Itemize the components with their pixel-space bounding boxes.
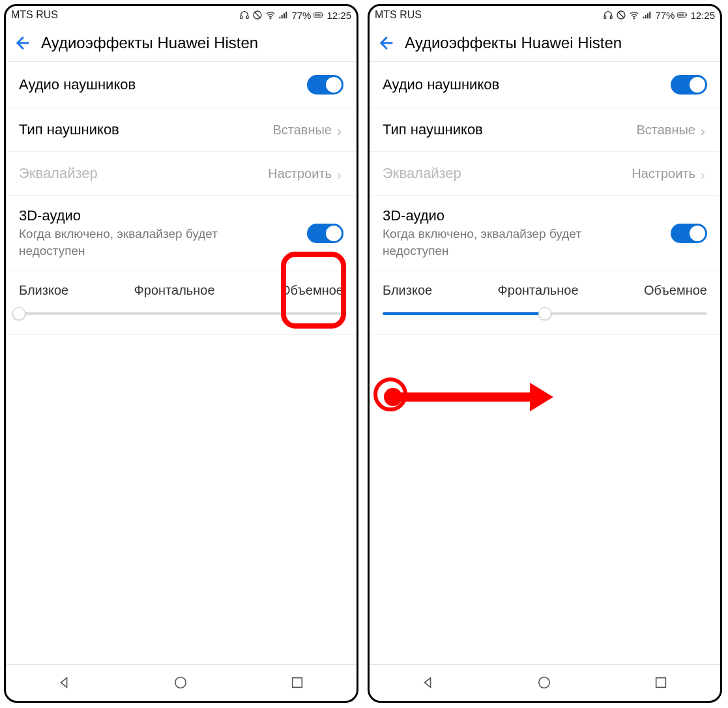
- row-label: Тип наушников: [383, 121, 483, 138]
- headphone-audio-toggle[interactable]: [671, 75, 707, 95]
- slider-section: Близкое Фронтальное Объемное: [6, 271, 357, 335]
- svg-rect-25: [656, 677, 666, 687]
- svg-rect-18: [645, 15, 647, 18]
- row-headphone-audio[interactable]: Аудио наушников: [370, 62, 720, 108]
- svg-rect-7: [286, 12, 287, 19]
- nav-bar: [6, 664, 357, 701]
- slider-track: [19, 312, 343, 315]
- row-label: 3D-аудио: [383, 207, 591, 224]
- svg-rect-10: [323, 14, 323, 16]
- slider-label-surround: Объемное: [280, 283, 343, 298]
- chevron-right-icon: [698, 169, 707, 178]
- slider-section: Близкое Фронтальное Объемное: [370, 271, 720, 335]
- svg-point-11: [175, 677, 186, 688]
- row-sublabel: Когда включено, эквалайзер будет недосту…: [383, 226, 591, 259]
- wifi-icon: [265, 10, 276, 20]
- chevron-right-icon: [698, 125, 707, 134]
- headphone-type-value: Вставные: [272, 123, 332, 138]
- row-value: Настроить: [268, 166, 343, 181]
- battery-percent: 77%: [291, 10, 311, 21]
- headphone-audio-toggle[interactable]: [307, 75, 343, 95]
- nav-home-icon[interactable]: [537, 675, 553, 691]
- page-title: Аудиоэффекты Huawei Histen: [41, 34, 258, 52]
- row-headphone-type[interactable]: Тип наушников Вставные: [6, 108, 357, 152]
- svg-point-3: [270, 18, 271, 19]
- phone-left: MTS RUS 77% 12:25 Аудиоэффекты Huaw: [4, 4, 358, 703]
- row-3d-audio[interactable]: 3D-аудио Когда включено, эквалайзер буде…: [6, 196, 357, 271]
- row-headphone-audio[interactable]: Аудио наушников: [6, 62, 357, 108]
- content: Аудио наушников Тип наушников Вставные Э…: [6, 62, 357, 664]
- slider-label-surround: Объемное: [644, 283, 707, 298]
- battery-icon: [677, 10, 688, 20]
- row-value: Настроить: [632, 166, 707, 181]
- slider-thumb[interactable]: [538, 307, 551, 320]
- svg-rect-13: [604, 16, 606, 18]
- row-label: Аудио наушников: [19, 76, 136, 93]
- svg-rect-6: [284, 13, 285, 18]
- row-label: Аудио наушников: [383, 76, 499, 93]
- headphone-icon: [239, 10, 250, 20]
- svg-rect-23: [686, 14, 687, 16]
- nav-recent-icon[interactable]: [290, 675, 306, 691]
- svg-rect-20: [650, 12, 651, 19]
- status-right: 77% 12:25: [603, 10, 715, 21]
- svg-rect-1: [247, 16, 249, 18]
- nav-recent-icon[interactable]: [654, 675, 669, 691]
- 3d-effect-slider[interactable]: [19, 307, 343, 320]
- clock: 12:25: [327, 10, 351, 21]
- svg-point-16: [634, 18, 635, 19]
- svg-rect-9: [315, 14, 321, 17]
- status-bar: MTS RUS 77% 12:25: [6, 6, 357, 24]
- row-label: Тип наушников: [19, 121, 119, 138]
- nav-back-icon[interactable]: [420, 675, 436, 691]
- content: Аудио наушников Тип наушников Вставные Э…: [370, 62, 720, 664]
- svg-point-24: [539, 677, 550, 688]
- headphone-icon: [603, 10, 613, 20]
- battery-percent: 77%: [655, 10, 675, 21]
- svg-rect-0: [240, 16, 242, 18]
- slider-label-front: Фронтальное: [134, 283, 215, 298]
- svg-rect-4: [280, 17, 281, 19]
- 3d-audio-toggle[interactable]: [307, 224, 343, 243]
- row-label: 3D-аудио: [19, 207, 227, 224]
- clock: 12:25: [690, 10, 715, 21]
- row-equalizer: Эквалайзер Настроить: [6, 152, 357, 196]
- slider-labels: Близкое Фронтальное Объемное: [19, 283, 343, 298]
- slider-thumb[interactable]: [12, 307, 25, 320]
- slider-track-fill: [383, 312, 545, 315]
- row-label: Эквалайзер: [19, 165, 98, 182]
- svg-rect-17: [643, 17, 645, 19]
- back-button[interactable]: [14, 34, 32, 52]
- equalizer-value: Настроить: [632, 166, 695, 181]
- row-sublabel: Когда включено, эквалайзер будет недосту…: [19, 226, 227, 259]
- status-bar: MTS RUS 77% 12:25: [370, 6, 720, 24]
- row-equalizer: Эквалайзер Настроить: [370, 152, 720, 196]
- slider-label-close: Близкое: [19, 283, 68, 298]
- nav-home-icon[interactable]: [173, 675, 189, 691]
- carrier-label: MTS RUS: [11, 9, 58, 21]
- slider-label-close: Близкое: [383, 283, 432, 298]
- 3d-effect-slider[interactable]: [383, 307, 707, 320]
- slider-labels: Близкое Фронтальное Объемное: [383, 283, 707, 298]
- header: Аудиоэффекты Huawei Histen: [370, 24, 720, 62]
- headphone-type-value: Вставные: [636, 123, 695, 138]
- header: Аудиоэффекты Huawei Histen: [6, 24, 357, 62]
- equalizer-value: Настроить: [268, 166, 332, 181]
- svg-rect-5: [282, 15, 283, 18]
- 3d-audio-toggle[interactable]: [671, 224, 707, 243]
- chevron-right-icon: [334, 125, 343, 134]
- nav-bar: [370, 664, 720, 701]
- back-button[interactable]: [377, 34, 396, 52]
- page-title: Аудиоэффекты Huawei Histen: [405, 34, 622, 52]
- row-value: Вставные: [636, 123, 707, 138]
- phone-right: MTS RUS 77% 12:25 Аудиоэффекты Huaw: [368, 4, 722, 703]
- row-label: Эквалайзер: [383, 165, 461, 182]
- row-headphone-type[interactable]: Тип наушников Вставные: [370, 108, 720, 152]
- slider-label-front: Фронтальное: [498, 283, 579, 298]
- nav-back-icon[interactable]: [57, 675, 72, 691]
- svg-rect-22: [678, 14, 684, 17]
- chevron-right-icon: [334, 169, 343, 178]
- row-3d-audio[interactable]: 3D-аудио Когда включено, эквалайзер буде…: [370, 196, 720, 271]
- status-right: 77% 12:25: [239, 10, 351, 21]
- svg-rect-19: [647, 13, 648, 18]
